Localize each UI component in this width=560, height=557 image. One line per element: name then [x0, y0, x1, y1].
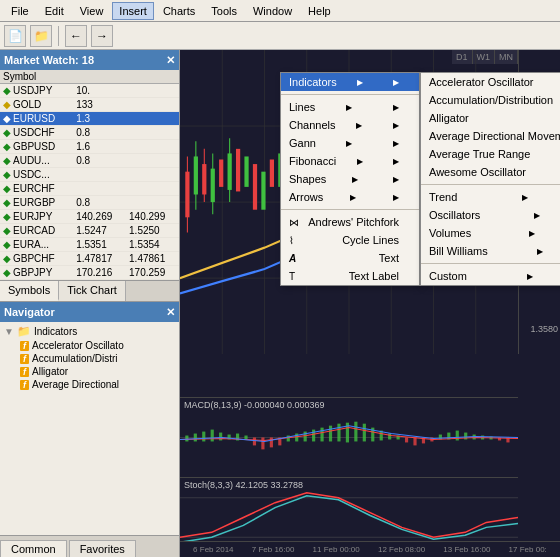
market-symbol[interactable]: ◆USDCHF	[0, 126, 73, 140]
ind-bill-williams[interactable]: Bill Williams ▶	[421, 242, 560, 260]
market-symbol[interactable]: ◆EURJPY	[0, 210, 73, 224]
menu-file[interactable]: File	[4, 2, 36, 20]
market-ask	[126, 98, 179, 112]
toolbar-sep-1	[58, 26, 59, 46]
indicator-f-icon: f	[20, 380, 29, 390]
bottom-tab-favorites[interactable]: Favorites	[69, 540, 136, 557]
macd-panel: MACD(8,13,9) -0.000040 0.000369	[180, 397, 518, 477]
svg-rect-59	[219, 433, 222, 441]
svg-rect-64	[261, 438, 264, 450]
market-ask	[126, 196, 179, 210]
menu-item-fibonacci[interactable]: Fibonacci ▶	[281, 152, 419, 170]
nav-indicator-item[interactable]: fAccelerator Oscillato	[2, 339, 177, 352]
toolbar-forward[interactable]: →	[91, 25, 113, 47]
nav-root-label: Indicators	[34, 326, 77, 337]
market-symbol[interactable]: ◆USDC...	[0, 168, 73, 182]
ind-custom[interactable]: Custom ▶	[421, 267, 560, 285]
market-ask	[126, 84, 179, 98]
svg-rect-81	[405, 438, 408, 443]
indicator-f-icon: f	[20, 341, 29, 351]
nav-indicator-item[interactable]: fAlligator	[2, 365, 177, 378]
chart-area: www.ProfitF.com D1 W1 MN	[180, 50, 560, 557]
nav-collapse-icon: ▼	[4, 326, 14, 337]
menu-help[interactable]: Help	[301, 2, 338, 20]
indicators-label: Indicators	[289, 76, 337, 88]
menubar: File Edit View Insert Charts Tools Windo…	[0, 0, 560, 22]
menu-item-indicators[interactable]: Indicators ▶	[281, 73, 419, 91]
bottom-tab-common[interactable]: Common	[0, 540, 67, 557]
svg-rect-25	[270, 160, 274, 187]
market-bid: 1.5351	[73, 238, 126, 252]
toolbar-new[interactable]: 📄	[4, 25, 26, 47]
market-symbol[interactable]: ◆GBPCHF	[0, 252, 73, 266]
menu-item-gann[interactable]: Gann ▶	[281, 134, 419, 152]
market-ask	[126, 140, 179, 154]
ind-accelerator[interactable]: Accelerator Oscillator	[421, 73, 560, 91]
navigator-close[interactable]: ✕	[166, 306, 175, 319]
market-watch-table: Symbol ◆USDJPY 10. ◆GOLD 133 ◆EURUSD	[0, 70, 179, 280]
ind-accumulation[interactable]: Accumulation/Distribution	[421, 91, 560, 109]
market-bid: 10.	[73, 84, 126, 98]
ind-alligator[interactable]: Alligator	[421, 109, 560, 127]
menu-edit[interactable]: Edit	[38, 2, 71, 20]
market-symbol[interactable]: ◆EURUSD	[0, 112, 73, 126]
date-5: 13 Feb 16:00	[443, 545, 490, 554]
market-symbol[interactable]: ◆EURCHF	[0, 182, 73, 196]
svg-rect-24	[261, 172, 265, 210]
ind-divider-2	[421, 263, 560, 264]
market-symbol[interactable]: ◆GOLD	[0, 98, 73, 112]
market-bid: 1.5247	[73, 224, 126, 238]
market-symbol[interactable]: ◆EURCAD	[0, 224, 73, 238]
market-symbol[interactable]: ◆GBPJPY	[0, 266, 73, 280]
svg-rect-73	[337, 424, 340, 442]
svg-rect-56	[194, 434, 197, 442]
menu-item-channels[interactable]: Channels ▶	[281, 116, 419, 134]
menu-item-text[interactable]: A Text	[281, 249, 419, 267]
market-bid: 0.8	[73, 154, 126, 168]
toolbar-back[interactable]: ←	[65, 25, 87, 47]
ind-awesome[interactable]: Awesome Oscillator	[421, 163, 560, 181]
market-symbol[interactable]: ◆USDJPY	[0, 84, 73, 98]
menu-item-shapes[interactable]: Shapes ▶	[281, 170, 419, 188]
date-6: 17 Feb 00:	[509, 545, 547, 554]
tab-tick-chart[interactable]: Tick Chart	[59, 281, 126, 301]
market-symbol[interactable]: ◆EURA...	[0, 238, 73, 252]
menu-window[interactable]: Window	[246, 2, 299, 20]
menu-item-cycle-lines[interactable]: ⌇ Cycle Lines	[281, 231, 419, 249]
menu-charts[interactable]: Charts	[156, 2, 202, 20]
menu-item-text-label[interactable]: T Text Label	[281, 267, 419, 285]
menu-view[interactable]: View	[73, 2, 111, 20]
nav-indicator-item[interactable]: fAverage Directional	[2, 378, 177, 391]
market-ask: 140.299	[126, 210, 179, 224]
market-symbol[interactable]: ◆GBPUSD	[0, 140, 73, 154]
left-panel: Market Watch: 18 ✕ Symbol ◆USDJPY 10.	[0, 50, 180, 557]
nav-root[interactable]: ▼ 📁 Indicators	[2, 324, 177, 339]
col-ask	[126, 70, 179, 84]
ind-volumes[interactable]: Volumes ▶	[421, 224, 560, 242]
date-2: 7 Feb 16:00	[252, 545, 295, 554]
date-bar: 6 Feb 2014 7 Feb 16:00 11 Feb 00:00 12 F…	[180, 541, 560, 557]
ind-trend[interactable]: Trend ▶	[421, 188, 560, 206]
date-4: 12 Feb 08:00	[378, 545, 425, 554]
menu-item-lines[interactable]: Lines ▶	[281, 98, 419, 116]
market-bid: 0.8	[73, 196, 126, 210]
market-watch-close[interactable]: ✕	[166, 54, 175, 67]
svg-rect-18	[219, 160, 223, 187]
market-watch-title: Market Watch: 18	[4, 54, 94, 66]
svg-rect-58	[211, 430, 214, 442]
menu-tools[interactable]: Tools	[204, 2, 244, 20]
menu-insert[interactable]: Insert	[112, 2, 154, 20]
ind-oscillators[interactable]: Oscillators ▶	[421, 206, 560, 224]
ind-atr[interactable]: Average True Range	[421, 145, 560, 163]
market-bid: 1.6	[73, 140, 126, 154]
tab-symbols[interactable]: Symbols	[0, 281, 59, 301]
cycle-icon: ⌇	[289, 235, 294, 246]
market-symbol[interactable]: ◆AUDU...	[0, 154, 73, 168]
ind-admi[interactable]: Average Directional Movement Index	[421, 127, 560, 145]
menu-item-pitchfork[interactable]: ⋈ Andrews' Pitchfork	[281, 213, 419, 231]
divider-1	[281, 94, 419, 95]
nav-indicator-item[interactable]: fAccumulation/Distri	[2, 352, 177, 365]
toolbar-open[interactable]: 📁	[30, 25, 52, 47]
menu-item-arrows[interactable]: Arrows ▶	[281, 188, 419, 206]
market-symbol[interactable]: ◆EURGBP	[0, 196, 73, 210]
